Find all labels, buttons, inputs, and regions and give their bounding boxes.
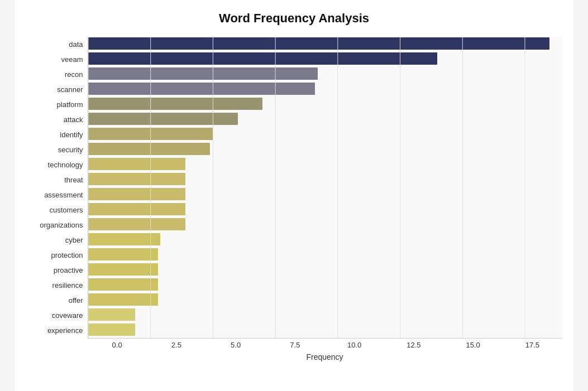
bar-row-technology (88, 157, 562, 171)
bar-coveware (88, 308, 136, 321)
x-axis-ticks: 0.02.55.07.510.012.515.017.5 (26, 341, 562, 349)
y-label-offer: offer (69, 293, 83, 308)
bar-row-coveware (88, 308, 562, 321)
y-label-proactive: proactive (54, 263, 83, 278)
y-label-veeam: veeam (61, 52, 83, 67)
y-label-protection: protection (51, 248, 83, 263)
x-tick-2.5: 2.5 (147, 341, 206, 349)
bar-row-platform (88, 97, 562, 110)
chart-container: Word Frequency Analysis dataveeamreconsc… (15, 0, 573, 391)
bars-inner (88, 37, 562, 336)
bar-resilience (88, 278, 158, 291)
y-axis-labels: dataveeamreconscannerplatformattackident… (26, 37, 88, 339)
bar-row-protection (88, 248, 562, 261)
bar-recon (88, 67, 318, 80)
bar-row-cyber (88, 233, 562, 246)
y-label-data: data (69, 37, 83, 52)
y-label-recon: recon (65, 67, 83, 82)
bar-row-recon (88, 67, 562, 80)
bar-attack (88, 113, 238, 125)
x-axis-label: Frequency (88, 353, 562, 361)
bar-row-identify (88, 127, 562, 141)
bar-cyber (88, 233, 161, 245)
bar-row-customers (88, 202, 562, 216)
bar-platform (88, 98, 263, 110)
y-label-organizations: organizations (40, 218, 83, 233)
x-tick-0.0: 0.0 (88, 341, 147, 349)
y-label-attack: attack (64, 112, 83, 127)
bar-row-proactive (88, 263, 562, 276)
bar-technology (88, 158, 185, 170)
y-label-coveware: coveware (52, 308, 83, 323)
bar-identify (88, 128, 213, 140)
bar-experience (88, 324, 136, 336)
bar-row-veeam (88, 52, 562, 65)
bar-row-organizations (88, 218, 562, 231)
bar-offer (88, 293, 158, 306)
bar-row-threat (88, 172, 562, 186)
bar-data (88, 37, 550, 50)
bars-plot-area (88, 37, 562, 339)
y-label-identify: identify (60, 127, 83, 142)
bar-row-experience (88, 323, 562, 336)
x-tick-7.5: 7.5 (265, 341, 324, 349)
bar-row-assessment (88, 187, 562, 201)
bar-threat (88, 173, 185, 185)
x-tick-12.5: 12.5 (384, 341, 443, 349)
y-label-scanner: scanner (57, 82, 83, 97)
bar-row-scanner (88, 82, 562, 95)
y-label-technology: technology (48, 157, 83, 172)
bar-row-resilience (88, 278, 562, 291)
chart-title: Word Frequency Analysis (26, 11, 562, 26)
bar-row-offer (88, 293, 562, 306)
bar-row-data (88, 37, 562, 50)
y-label-threat: threat (64, 172, 83, 187)
y-label-cyber: cyber (65, 233, 83, 248)
bar-customers (88, 203, 185, 215)
bar-organizations (88, 218, 185, 230)
bar-scanner (88, 83, 315, 95)
x-tick-15.0: 15.0 (443, 341, 503, 349)
bar-protection (88, 248, 158, 260)
bar-row-attack (88, 112, 562, 125)
bar-proactive (88, 263, 158, 276)
bar-veeam (88, 52, 438, 65)
y-label-resilience: resilience (52, 278, 83, 293)
y-label-customers: customers (50, 202, 83, 218)
y-label-platform: platform (57, 97, 83, 112)
bar-assessment (88, 188, 185, 200)
y-label-assessment: assessment (44, 187, 83, 202)
bar-row-security (88, 142, 562, 156)
y-label-experience: experience (47, 323, 83, 338)
x-tick-17.5: 17.5 (503, 341, 562, 349)
bar-security (88, 143, 211, 155)
x-tick-10.0: 10.0 (325, 341, 384, 349)
x-tick-5.0: 5.0 (206, 341, 265, 349)
y-label-security: security (58, 142, 83, 157)
